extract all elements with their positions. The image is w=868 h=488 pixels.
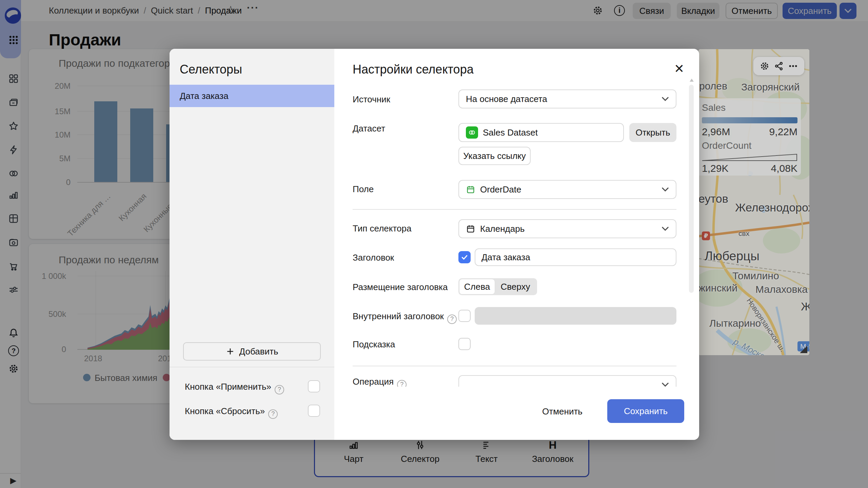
title-placement-segmented: Слева Сверху: [458, 278, 537, 295]
dialog-cancel-button[interactable]: Отменить: [542, 403, 582, 420]
ordercount-max-value: 4,08K: [771, 163, 797, 174]
placement-option-top[interactable]: Сверху: [495, 279, 536, 294]
field-value: OrderDate: [480, 184, 521, 195]
inner-title-text-input: [475, 307, 676, 325]
map-label-zheleznodorozhny: Железнодорожн: [735, 201, 809, 214]
field-select[interactable]: OrderDate: [458, 180, 676, 199]
check-icon: [461, 253, 468, 261]
selectors-panel-title: Селекторы: [180, 62, 242, 77]
map-label-svh: свх: [738, 229, 749, 238]
title-text-input[interactable]: [475, 248, 676, 266]
calendar-icon-green: [466, 185, 475, 194]
specify-link-button[interactable]: Указать ссылку: [458, 147, 531, 165]
operation-help-icon[interactable]: ?: [397, 380, 407, 387]
ordercount-min-value: 1,29K: [702, 163, 728, 174]
title-checkbox[interactable]: [458, 251, 471, 263]
selectors-panel: Селекторы Дата заказа Добавить Кнопка «П…: [170, 49, 334, 440]
selector-type-label: Тип селектора: [353, 223, 411, 234]
map-label-zagoryansky: Загорянский: [741, 81, 800, 93]
inner-title-checkbox[interactable]: [458, 310, 471, 322]
sales-gradient-bar: [702, 117, 797, 123]
apply-help-icon[interactable]: ?: [275, 385, 284, 394]
sales-max-value: 9,22M: [769, 126, 797, 138]
datalens-dashboard-edit-screen: Коллекции и воркбуки / Quick start / Про…: [0, 0, 868, 488]
chevron-down-icon: [662, 187, 669, 192]
section-divider: [353, 366, 676, 366]
dataset-value: Sales Dataset: [483, 127, 538, 138]
map-label-tomilino: Томилино: [732, 270, 779, 282]
map-label-lyubertsy: Люберцы: [705, 249, 760, 263]
source-value: На основе датасета: [466, 94, 547, 104]
placement-option-left[interactable]: Слева: [459, 279, 495, 294]
settings-title: Настройки селектора: [353, 62, 474, 77]
selector-list-item-selected[interactable]: Дата заказа: [170, 85, 334, 107]
section-divider: [353, 209, 676, 210]
operation-select[interactable]: [458, 375, 676, 387]
map-label-korolev: ролев: [699, 80, 727, 92]
operation-label-text: Операция: [353, 377, 394, 387]
reset-help-icon[interactable]: ?: [268, 409, 278, 419]
title-label: Заголовок: [353, 252, 394, 263]
legend-sales-title: Sales: [702, 102, 797, 113]
map-label-malakhovka: Малаховка: [755, 284, 808, 295]
sales-min-value: 2,96M: [702, 126, 730, 138]
map-legend: Sales 2,96M 9,22M OrderCount 1,29K 4,08K: [698, 98, 801, 176]
inner-title-help-icon[interactable]: ?: [447, 314, 457, 324]
ordercount-size-triangle: [702, 153, 797, 161]
map-label-reutov: еутов: [698, 192, 728, 205]
operation-label: Операция?: [353, 377, 407, 387]
add-selector-button[interactable]: Добавить: [183, 342, 321, 361]
map-label-dzerzhinsky: жинский: [698, 282, 737, 294]
map-widget[interactable]: ролев Загорянский еутов Железнодорожн св…: [698, 49, 809, 355]
hint-checkbox[interactable]: [458, 338, 471, 350]
widget-more-icon[interactable]: [788, 61, 798, 71]
inner-title-label: Внутренний заголовок?: [353, 311, 457, 324]
legend-ordercount-title: OrderCount: [702, 140, 797, 151]
reset-button-row-label: Кнопка «Сбросить»?: [185, 406, 278, 419]
add-selector-label: Добавить: [239, 346, 278, 357]
apply-button-label-text: Кнопка «Применить»: [185, 382, 271, 392]
source-select[interactable]: На основе датасета: [458, 89, 676, 108]
apply-button-row-label: Кнопка «Применить»?: [185, 382, 284, 394]
close-icon[interactable]: ✕: [674, 62, 684, 76]
widget-links-icon[interactable]: [774, 61, 784, 71]
map-label-zhukovsky: Ж: [801, 300, 809, 313]
map-label-lytkarino: Лыткарино: [709, 318, 761, 329]
widget-resize-handle[interactable]: [800, 346, 807, 353]
map-ruble-marker-icon: ₽: [702, 231, 710, 240]
operation-row-clipped: Операция?: [334, 371, 699, 387]
scrollbar-up-arrow[interactable]: [690, 79, 694, 82]
panel-divider: [170, 367, 334, 367]
title-placement-label: Размещение заголовка: [353, 282, 448, 292]
field-label: Поле: [353, 184, 374, 195]
hint-label: Подсказка: [353, 339, 395, 350]
plus-icon: [226, 347, 235, 356]
settings-scrollbar[interactable]: [689, 85, 694, 293]
dataset-label: Датасет: [353, 123, 385, 134]
selector-type-value: Календарь: [480, 224, 525, 234]
dataset-icon: [466, 126, 478, 139]
dialog-save-button[interactable]: Сохранить: [607, 399, 684, 423]
source-label: Источник: [353, 94, 390, 105]
chevron-down-icon: [662, 226, 669, 231]
widget-settings-gear-icon[interactable]: [760, 61, 770, 71]
selector-type-select[interactable]: Календарь: [458, 219, 676, 238]
dataset-field[interactable]: Sales Dataset: [458, 123, 624, 142]
chevron-down-icon: [662, 382, 669, 387]
reset-button-checkbox[interactable]: [308, 405, 320, 417]
selector-settings-dialog: Селекторы Дата заказа Добавить Кнопка «П…: [170, 49, 699, 440]
apply-button-checkbox[interactable]: [308, 380, 320, 392]
open-dataset-button[interactable]: Открыть: [629, 123, 676, 142]
calendar-icon: [466, 224, 475, 233]
chevron-down-icon: [662, 97, 669, 101]
widget-toolbar: [753, 57, 804, 75]
reset-button-label-text: Кнопка «Сбросить»: [185, 406, 265, 416]
inner-title-label-text: Внутренний заголовок: [353, 311, 444, 321]
